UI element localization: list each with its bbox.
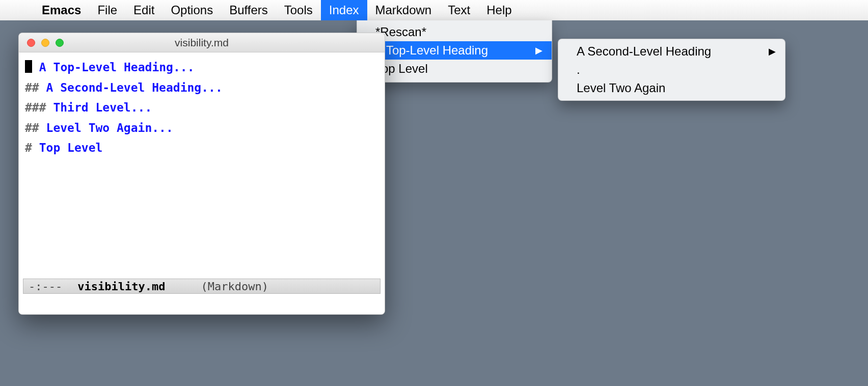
submenu-label: Level Two Again bbox=[577, 81, 665, 95]
menu-text[interactable]: Text bbox=[440, 0, 478, 20]
heading-text: Top Level bbox=[39, 141, 103, 154]
menu-markdown[interactable]: Markdown bbox=[367, 0, 440, 20]
menu-options[interactable]: Options bbox=[162, 0, 221, 20]
buffer-line: # Top Level bbox=[25, 138, 378, 158]
menu-index[interactable]: Index bbox=[321, 0, 367, 20]
dropdown-item-top-level-heading[interactable]: A Top-Level Heading ▶ bbox=[357, 41, 552, 60]
submenu-item-second-level[interactable]: A Second-Level Heading ▶ bbox=[558, 42, 785, 61]
submenu-item-dot[interactable]: . bbox=[558, 61, 785, 79]
window-title: visibility.md bbox=[19, 37, 385, 49]
menubar: Emacs File Edit Options Buffers Tools In… bbox=[0, 0, 868, 20]
modeline-status: -:--- bbox=[29, 280, 62, 293]
hash-marker: ## bbox=[25, 81, 46, 94]
modeline-mode: (Markdown) bbox=[201, 280, 268, 293]
buffer-line: ## A Second-Level Heading... bbox=[25, 78, 378, 98]
hash-marker: # bbox=[25, 141, 39, 154]
hash-marker: ### bbox=[25, 101, 53, 114]
mode-line[interactable]: -:--- visibility.md (Markdown) bbox=[23, 279, 381, 294]
submenu-label: . bbox=[577, 63, 580, 77]
hash-marker: ## bbox=[25, 121, 46, 134]
menu-file[interactable]: File bbox=[89, 0, 125, 20]
heading-text: Level Two Again... bbox=[46, 121, 173, 134]
modeline-filename: visibility.md bbox=[77, 280, 165, 293]
heading-text: A Second-Level Heading... bbox=[46, 81, 223, 94]
submenu-arrow-icon: ▶ bbox=[535, 45, 542, 56]
heading-text: A Top-Level Heading... bbox=[32, 61, 195, 74]
submenu-item-level-two-again[interactable]: Level Two Again bbox=[558, 79, 785, 97]
buffer-line: ## Level Two Again... bbox=[25, 118, 378, 139]
index-dropdown: *Rescan* A Top-Level Heading ▶ Top Level bbox=[357, 20, 552, 82]
heading-text: Third Level... bbox=[53, 101, 152, 114]
dropdown-item-rescan[interactable]: *Rescan* bbox=[357, 23, 552, 41]
submenu-arrow-icon: ▶ bbox=[769, 46, 776, 57]
buffer-line: ### Third Level... bbox=[25, 98, 378, 118]
titlebar[interactable]: visibility.md bbox=[19, 33, 385, 52]
dropdown-item-top-level[interactable]: Top Level bbox=[357, 60, 552, 78]
emacs-window: visibility.md A Top-Level Heading... ## … bbox=[18, 33, 385, 315]
text-cursor bbox=[25, 60, 32, 73]
menu-tools[interactable]: Tools bbox=[276, 0, 321, 20]
minibuffer[interactable] bbox=[19, 294, 385, 314]
buffer-line: A Top-Level Heading... bbox=[25, 58, 378, 78]
menu-app-emacs[interactable]: Emacs bbox=[34, 0, 89, 20]
menu-buffers[interactable]: Buffers bbox=[221, 0, 276, 20]
index-submenu: A Second-Level Heading ▶ . Level Two Aga… bbox=[558, 39, 785, 101]
dropdown-label: A Top-Level Heading bbox=[375, 43, 488, 58]
editor-buffer[interactable]: A Top-Level Heading... ## A Second-Level… bbox=[19, 52, 385, 158]
menu-help[interactable]: Help bbox=[478, 0, 520, 20]
menu-edit[interactable]: Edit bbox=[125, 0, 162, 20]
submenu-label: A Second-Level Heading bbox=[577, 44, 711, 59]
